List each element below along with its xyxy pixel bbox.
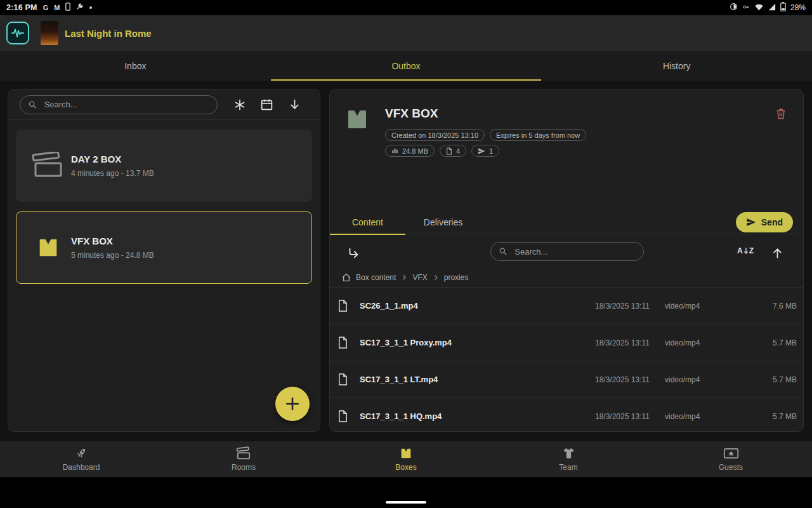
sort-alpha-button[interactable]: A Z (735, 244, 756, 257)
plus-icon (284, 396, 301, 412)
breadcrumb-root[interactable]: Box content (356, 273, 396, 282)
nav-boxes[interactable]: Boxes (325, 441, 487, 477)
file-icon (337, 336, 348, 349)
trash-icon (775, 107, 787, 120)
signal-status-icon (768, 3, 776, 13)
box-card-meta: 4 minutes ago - 13.7 MB (71, 169, 154, 178)
box-card-title: VFX BOX (71, 236, 154, 246)
tshirt-icon (561, 446, 576, 460)
nav-guests[interactable]: Guests (650, 441, 812, 477)
chevron-right-icon (400, 274, 408, 281)
file-search (490, 242, 644, 261)
file-size: 5.7 MB (741, 375, 797, 384)
file-type: video/mp4 (665, 338, 741, 347)
file-icon (337, 299, 348, 312)
box-search-input[interactable] (43, 99, 209, 110)
home-icon[interactable] (341, 272, 351, 283)
arrow-down-icon (288, 98, 301, 111)
file-type: video/mp4 (665, 302, 741, 311)
file-size: 5.7 MB (741, 412, 797, 421)
send-button[interactable]: Send (736, 212, 793, 232)
brightness-status-icon (730, 3, 738, 13)
box-card-day2[interactable]: DAY 2 BOX 4 minutes ago - 13.7 MB (16, 130, 312, 202)
bar-chart-icon (391, 147, 398, 154)
nav-label: Dashboard (63, 463, 100, 472)
file-icon (446, 147, 452, 155)
gesture-handle[interactable] (386, 501, 426, 504)
file-size: 7.6 MB (741, 302, 797, 311)
file-row[interactable]: SC17_3_1_1 Proxy.mp4 18/3/2025 13:11 vid… (330, 324, 803, 361)
box-list-toolbar (8, 90, 320, 120)
file-list: SC26_1_1.mp4 18/3/2025 13:11 video/mp4 7… (330, 287, 803, 431)
guest-badge-icon (723, 446, 739, 460)
expires-chip: Expires in 5 days from now (490, 129, 586, 141)
box-list-panel: DAY 2 BOX 4 minutes ago - 13.7 MB VFX BO… (8, 89, 320, 432)
status-bar: 2:16 PM G M (0, 0, 812, 15)
move-files-button[interactable] (344, 244, 363, 263)
sort-direction-button[interactable] (285, 95, 304, 114)
nav-label: Boxes (395, 463, 416, 472)
file-type: video/mp4 (665, 375, 741, 384)
waveform-icon (10, 25, 25, 41)
nav-team[interactable]: Team (487, 441, 650, 477)
breadcrumb-proxies[interactable]: proxies (444, 273, 469, 282)
nav-label: Guests (719, 463, 743, 472)
clock: 2:16 PM (6, 3, 37, 12)
box-card-title: DAY 2 BOX (71, 154, 154, 164)
battery-percent: 28% (790, 3, 806, 12)
breadcrumb-vfx[interactable]: VFX (412, 273, 427, 282)
add-box-button[interactable] (275, 387, 310, 421)
dot-notification-icon (89, 6, 92, 9)
box-icon (344, 106, 370, 135)
file-count-chip: 4 (440, 145, 466, 157)
asterisk-icon (233, 98, 246, 111)
file-type: video/mp4 (665, 412, 741, 421)
breadcrumb: Box content VFX proxies (341, 272, 468, 283)
app-logo[interactable] (6, 22, 29, 44)
delete-box-button[interactable] (774, 106, 788, 123)
device-notification-icon (65, 3, 70, 13)
file-search-input[interactable] (513, 246, 636, 257)
content-area: DAY 2 BOX 4 minutes ago - 13.7 MB VFX BO… (0, 81, 812, 441)
file-icon (337, 410, 348, 423)
project-thumbnail[interactable] (41, 21, 58, 45)
file-name: SC26_1_1.mp4 (360, 301, 595, 311)
send-icon (478, 147, 485, 155)
box-detail-tabs: Content Deliveries Send (330, 210, 803, 234)
nav-label: Team (559, 463, 577, 472)
project-title: Last Night in Rome (65, 28, 152, 39)
filter-date-button[interactable] (258, 95, 276, 114)
box-card-vfx[interactable]: VFX BOX 5 minutes ago - 24.8 MB (16, 211, 312, 284)
file-name: SC17_3_1_1 HQ.mp4 (360, 411, 595, 421)
sort-ascending-button[interactable] (768, 244, 787, 262)
send-icon (746, 217, 756, 227)
tab-outbox[interactable]: Outbox (271, 51, 542, 81)
file-date: 18/3/2025 13:11 (595, 302, 665, 311)
filter-new-button[interactable] (231, 96, 249, 114)
tab-inbox[interactable]: Inbox (0, 51, 271, 81)
search-icon (499, 246, 508, 257)
nav-dashboard[interactable]: Dashboard (0, 441, 162, 477)
google-notification-icon: G (43, 4, 49, 11)
screen: 2:16 PM G M (0, 0, 812, 508)
nav-rooms[interactable]: Rooms (162, 441, 325, 477)
box-detail-panel: VFX BOX Created on 18/3/2025 13:10 Expir… (329, 89, 804, 432)
battery-status-icon (780, 2, 786, 13)
box-icon (25, 235, 71, 260)
mailbox-tabs: Inbox Outbox History (0, 51, 812, 81)
clapperboard-icon (236, 446, 251, 460)
file-row[interactable]: SC17_3_1_1 HQ.mp4 18/3/2025 13:11 video/… (330, 398, 803, 431)
wifi-status-icon (754, 3, 764, 13)
file-date: 18/3/2025 13:11 (595, 375, 665, 384)
tab-history[interactable]: History (541, 51, 812, 81)
vpn-key-status-icon (742, 3, 750, 13)
file-row[interactable]: SC17_3_1_1 LT.mp4 18/3/2025 13:11 video/… (330, 361, 803, 398)
file-row[interactable]: SC26_1_1.mp4 18/3/2025 13:11 video/mp4 7… (330, 287, 803, 324)
file-date: 18/3/2025 13:11 (595, 338, 665, 347)
tab-content[interactable]: Content (330, 210, 405, 234)
box-icon (399, 446, 413, 460)
app-header: Last Night in Rome (0, 15, 812, 51)
file-date: 18/3/2025 13:11 (595, 412, 665, 421)
tab-deliveries[interactable]: Deliveries (405, 210, 481, 234)
nav-label: Rooms (232, 463, 256, 472)
